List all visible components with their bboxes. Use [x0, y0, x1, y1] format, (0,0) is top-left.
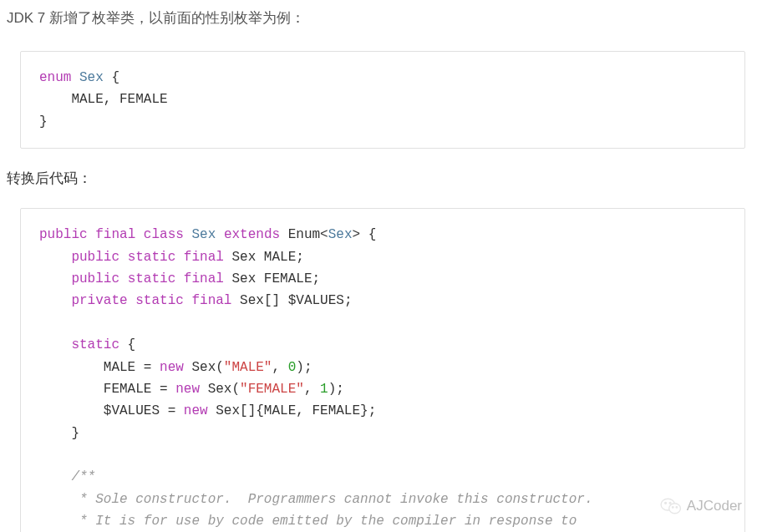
- code-block-enum-definition: enum Sex { MALE, FEMALE }: [20, 51, 745, 149]
- watermark: AJCoder: [660, 497, 742, 515]
- code-content-1: enum Sex { MALE, FEMALE }: [39, 67, 726, 133]
- svg-point-5: [676, 507, 677, 508]
- intro-paragraph: JDK 7 新增了枚举类，以前面的性别枚举为例：: [3, 8, 749, 28]
- code-block-desugared: public final class Sex extends Enum<Sex>…: [20, 208, 745, 532]
- svg-point-2: [665, 502, 667, 504]
- svg-point-1: [669, 504, 681, 514]
- code-content-2: public final class Sex extends Enum<Sex>…: [39, 224, 726, 532]
- wechat-icon: [660, 497, 682, 515]
- section-label: 转换后代码：: [7, 169, 749, 188]
- svg-point-3: [669, 502, 671, 504]
- watermark-label: AJCoder: [687, 498, 742, 514]
- svg-point-4: [672, 507, 673, 508]
